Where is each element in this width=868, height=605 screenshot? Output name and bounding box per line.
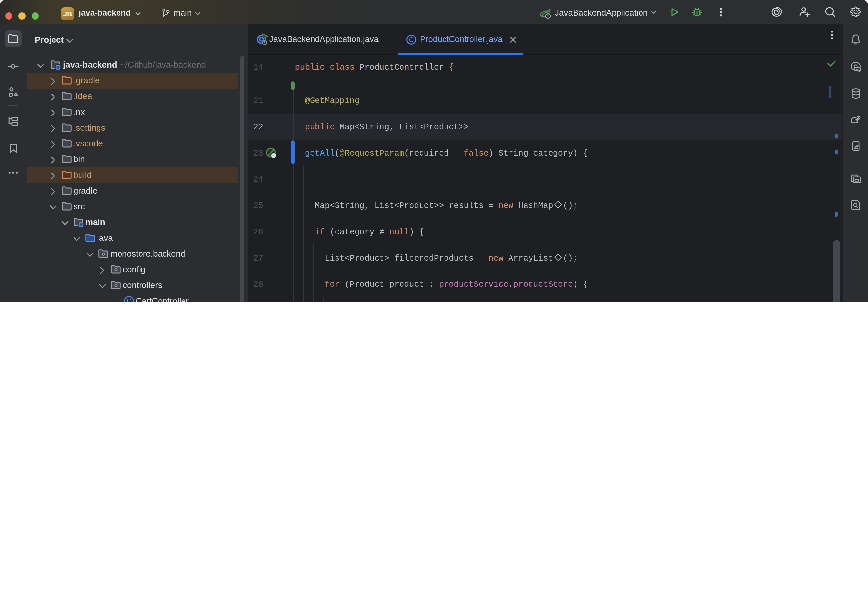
svg-text:C: C <box>126 297 131 302</box>
svg-text:C: C <box>409 36 414 43</box>
